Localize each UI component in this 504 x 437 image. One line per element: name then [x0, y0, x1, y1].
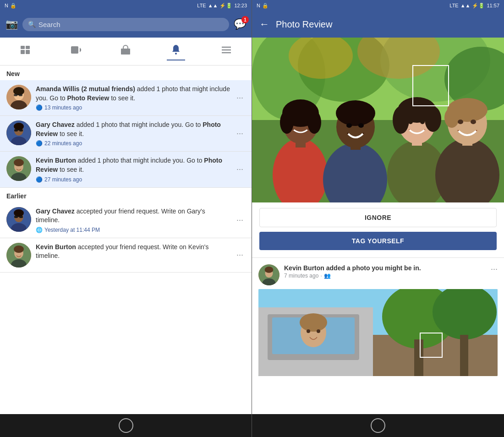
post-item-kevin[interactable]: Kevin Burton added a photo you might be … — [252, 260, 504, 381]
action-buttons: IGNORE TAG YOURSELF — [252, 202, 504, 256]
time-icon-1: 🔵 — [36, 104, 43, 111]
notification-content-1: Amanda Willis (2 mutual friends) added 1… — [36, 85, 230, 111]
tab-notifications[interactable] — [167, 42, 185, 60]
status-icons-right-right: LTE ▲▲ ⚡🔋 11:57 — [449, 3, 499, 9]
ignore-button[interactable]: IGNORE — [259, 208, 497, 227]
svg-rect-23 — [19, 129, 23, 131]
svg-rect-4 — [71, 46, 78, 54]
avatar-kevin-2 — [6, 243, 31, 268]
photo-review-title: Photo Review — [276, 19, 332, 30]
photo-review-navbar: ← Photo Review — [252, 11, 504, 38]
signal-icon: ▲▲ — [208, 3, 218, 8]
notification-text-5: Kevin Burton accepted your friend reques… — [36, 243, 230, 261]
svg-point-81 — [265, 267, 274, 273]
avatar-gary — [6, 120, 31, 145]
svg-rect-16 — [19, 94, 22, 96]
notification-content-2: Gary Chavez added 1 photo that might inc… — [36, 120, 230, 147]
svg-point-69 — [408, 120, 413, 124]
more-options-3[interactable]: ··· — [235, 164, 245, 174]
home-button-left[interactable] — [119, 418, 133, 433]
camera-icon[interactable]: 📷 — [5, 18, 18, 30]
notification-time-2: 🔵 22 minutes ago — [36, 140, 230, 147]
svg-rect-15 — [14, 94, 17, 96]
svg-rect-2 — [21, 50, 25, 54]
tab-marketplace[interactable] — [116, 43, 135, 60]
divider — [252, 257, 504, 258]
svg-rect-3 — [26, 50, 30, 54]
globe-icon: 🌐 — [36, 227, 43, 233]
back-button[interactable]: ← — [259, 18, 269, 30]
notification-time-1: 🔵 13 minutes ago — [36, 104, 230, 111]
car-photo — [258, 289, 498, 376]
notification-item[interactable]: Kevin Burton accepted your friend reques… — [0, 238, 252, 273]
svg-rect-1 — [26, 46, 30, 49]
more-options-1[interactable]: ··· — [235, 93, 245, 103]
lte-label-right: LTE — [449, 3, 458, 8]
search-bar[interactable]: 🔍 Search — [22, 18, 229, 31]
svg-point-75 — [444, 108, 459, 128]
face-detection-box — [412, 65, 449, 106]
svg-point-60 — [336, 100, 375, 126]
status-icons-right: LTE ▲▲ ⚡🔋 12:23 — [197, 3, 247, 9]
avatar-kevin-post — [258, 264, 279, 285]
messenger-button[interactable]: 💬 1 — [234, 18, 246, 30]
more-options-4[interactable]: ··· — [235, 215, 245, 225]
home-bar-left — [0, 414, 252, 437]
svg-rect-90 — [460, 335, 468, 376]
svg-point-39 — [14, 246, 24, 253]
signal-icon-right: ▲▲ — [460, 3, 471, 8]
post-more-options[interactable]: ··· — [491, 264, 498, 274]
tab-menu[interactable] — [217, 43, 236, 60]
battery-icon-right: ⚡🔋 — [472, 3, 485, 9]
status-bar-left: N 🔒 LTE ▲▲ ⚡🔋 12:23 — [0, 0, 252, 11]
section-new-label: New — [0, 66, 252, 80]
post-description: added a photo you might be in. — [326, 264, 421, 272]
svg-marker-5 — [80, 48, 81, 52]
home-bar-right — [252, 414, 504, 437]
svg-point-56 — [303, 121, 307, 125]
section-earlier-label: Earlier — [0, 188, 252, 202]
svg-point-55 — [293, 121, 297, 125]
notification-item[interactable]: Gary Chavez added 1 photo that might inc… — [0, 116, 252, 152]
svg-point-54 — [307, 111, 321, 134]
notification-content-5: Kevin Burton accepted your friend reques… — [36, 243, 230, 261]
more-options-5[interactable]: ··· — [235, 250, 245, 260]
tab-newsfeed[interactable] — [16, 43, 34, 60]
svg-point-32 — [14, 209, 24, 217]
facebook-navbar: 📷 🔍 Search 💬 1 — [0, 11, 252, 38]
lock-icon: 🔒 — [10, 3, 16, 9]
notification-item[interactable]: Gary Chavez accepted your friend request… — [0, 202, 252, 238]
svg-point-94 — [317, 329, 320, 333]
post-meta: Kevin Burton added a photo you might be … — [284, 264, 486, 279]
tab-video[interactable] — [66, 43, 85, 60]
avatar-amanda — [6, 85, 31, 109]
notification-text-1: Amanda Willis (2 mutual friends) added 1… — [36, 85, 230, 103]
svg-point-53 — [280, 111, 294, 134]
post-header: Kevin Burton added a photo you might be … — [258, 264, 498, 285]
notification-item[interactable]: Kevin Burton added 1 photo that might in… — [0, 152, 252, 187]
status-icons-right-left: N 🔒 — [257, 3, 268, 9]
svg-rect-34 — [19, 216, 23, 218]
tag-yourself-button[interactable]: TAG YOURSELF — [259, 232, 497, 250]
photo-review-content: IGNORE TAG YOURSELF Kevin Burton — [252, 38, 504, 414]
notification-text-4: Gary Chavez accepted your friend request… — [36, 207, 230, 225]
svg-point-92 — [300, 313, 327, 332]
notification-time-3: 🔵 27 minutes ago — [36, 176, 230, 183]
svg-point-21 — [14, 123, 24, 130]
avatar-kevin — [6, 156, 31, 181]
home-button-right[interactable] — [371, 418, 385, 433]
notification-item[interactable]: Amanda Willis (2 mutual friends) added 1… — [0, 80, 252, 116]
notification-text-2: Gary Chavez added 1 photo that might inc… — [36, 120, 230, 138]
search-icon: 🔍 — [28, 21, 36, 28]
time-icon-2: 🔵 — [36, 140, 43, 147]
avatar-gary-2 — [6, 207, 31, 232]
search-placeholder: Search — [38, 21, 60, 28]
svg-point-68 — [425, 106, 441, 132]
battery-icon: ⚡🔋 — [219, 3, 232, 9]
svg-point-76 — [458, 120, 463, 124]
more-options-2[interactable]: ··· — [235, 129, 245, 138]
messenger-badge: 1 — [241, 16, 249, 23]
notification-time-4: 🌐 Yesterday at 11:44 PM — [36, 227, 230, 233]
svg-point-67 — [393, 106, 409, 134]
car-face-detection-box — [420, 333, 443, 358]
